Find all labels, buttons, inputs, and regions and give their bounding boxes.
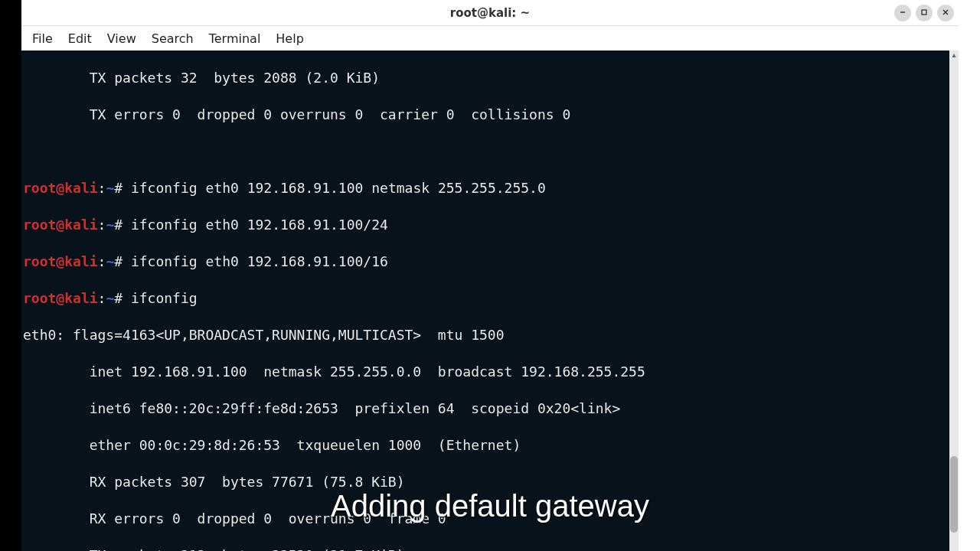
output-line: TX packets 32 bytes 2088 (2.0 KiB): [23, 69, 948, 87]
prompt-at: @: [56, 180, 64, 196]
minimize-icon: [899, 8, 906, 18]
prompt-user: root: [23, 253, 56, 269]
menu-view[interactable]: View: [100, 28, 144, 49]
command-text: ifconfig eth0 192.168.91.100/24: [122, 217, 388, 233]
prompt-hash: #: [114, 253, 122, 269]
terminal-output[interactable]: TX packets 32 bytes 2088 (2.0 KiB) TX er…: [21, 51, 949, 551]
window-title: root@kali: ~: [450, 6, 530, 20]
screen-left-border: [0, 0, 21, 551]
scroll-up-arrow-icon[interactable]: ▴: [949, 51, 959, 60]
close-icon: [942, 8, 949, 18]
command-text: ifconfig: [122, 290, 198, 306]
output-line: inet 192.168.91.100 netmask 255.255.0.0 …: [23, 363, 948, 381]
menu-help[interactable]: Help: [268, 28, 311, 49]
prompt-line: root@kali:~# ifconfig eth0 192.168.91.10…: [23, 253, 948, 271]
command-text: ifconfig eth0 192.168.91.100 netmask 255…: [122, 180, 546, 196]
video-caption: Adding default gateway: [21, 489, 959, 523]
prompt-at: @: [56, 290, 64, 306]
prompt-line: root@kali:~# ifconfig eth0 192.168.91.10…: [23, 179, 948, 197]
output-line: eth0: flags=4163<UP,BROADCAST,RUNNING,MU…: [23, 326, 948, 344]
svg-rect-1: [922, 10, 926, 15]
prompt-path: ~: [106, 253, 114, 269]
prompt-hash: #: [114, 290, 122, 306]
prompt-colon: :: [98, 180, 106, 196]
maximize-icon: [920, 8, 928, 18]
window-controls: [894, 5, 954, 21]
terminal-area[interactable]: TX packets 32 bytes 2088 (2.0 KiB) TX er…: [21, 51, 959, 551]
menu-file[interactable]: File: [24, 28, 60, 49]
menu-search[interactable]: Search: [144, 28, 201, 49]
output-line: TX errors 0 dropped 0 overruns 0 carrier…: [23, 106, 948, 124]
prompt-user: root: [23, 217, 56, 233]
prompt-hash: #: [114, 217, 122, 233]
window-titlebar: root@kali: ~: [21, 0, 959, 26]
prompt-colon: :: [98, 290, 106, 306]
minimize-button[interactable]: [894, 5, 911, 21]
menu-terminal[interactable]: Terminal: [201, 28, 269, 49]
prompt-host: kali: [64, 180, 97, 196]
prompt-line: root@kali:~# ifconfig eth0 192.168.91.10…: [23, 216, 948, 234]
prompt-host: kali: [64, 290, 97, 306]
output-line: [23, 142, 948, 161]
prompt-at: @: [56, 217, 64, 233]
menu-edit[interactable]: Edit: [60, 28, 100, 49]
prompt-colon: :: [98, 217, 106, 233]
command-text: ifconfig eth0 192.168.91.100/16: [122, 253, 388, 269]
output-line: TX packets 312 bytes 32520 (31.7 KiB): [23, 546, 948, 551]
prompt-host: kali: [64, 217, 97, 233]
prompt-user: root: [23, 180, 56, 196]
prompt-host: kali: [64, 253, 97, 269]
prompt-path: ~: [106, 290, 114, 306]
prompt-hash: #: [114, 180, 122, 196]
output-line: inet6 fe80::20c:29ff:fe8d:2653 prefixlen…: [23, 399, 948, 418]
prompt-path: ~: [106, 217, 114, 233]
prompt-path: ~: [106, 180, 114, 196]
prompt-colon: :: [98, 253, 106, 269]
maximize-button[interactable]: [916, 5, 933, 21]
vertical-scrollbar[interactable]: ▴: [949, 51, 959, 551]
prompt-line: root@kali:~# ifconfig: [23, 289, 948, 308]
menu-bar: File Edit View Search Terminal Help: [21, 26, 959, 51]
close-button[interactable]: [937, 5, 954, 21]
terminal-window: root@kali: ~ File Edit View Search Termi…: [21, 0, 959, 551]
output-line: ether 00:0c:29:8d:26:53 txqueuelen 1000 …: [23, 436, 948, 455]
prompt-at: @: [56, 253, 64, 269]
prompt-user: root: [23, 290, 56, 306]
